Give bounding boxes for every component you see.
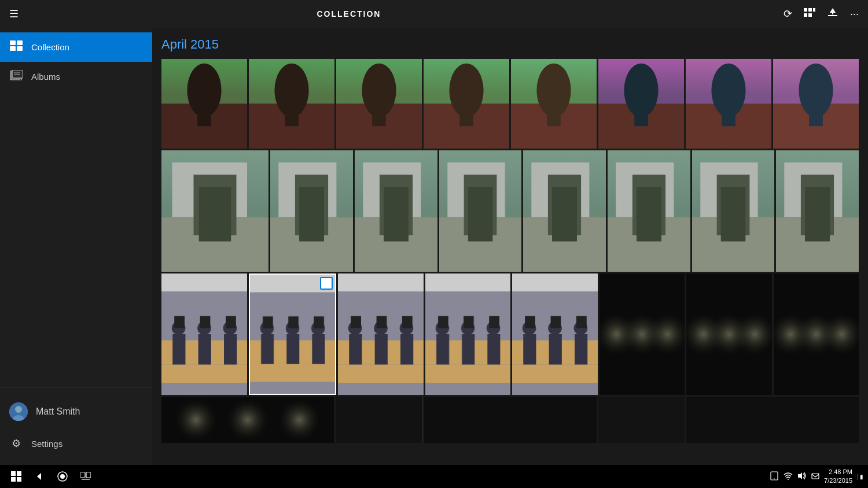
photo-cell[interactable] [599,273,685,395]
photo-row-4 [161,397,859,443]
content-area[interactable]: April 2015 [152,28,868,465]
photo-cell[interactable] [424,397,597,443]
photo-cell[interactable] [336,59,422,149]
photo-row-1 [161,59,859,149]
volume-icon[interactable] [797,472,807,482]
svg-rect-0 [804,8,807,12]
svg-rect-10 [17,46,23,51]
photo-canvas [686,273,772,395]
photo-canvas [338,273,424,395]
refresh-icon[interactable]: ⟳ [784,8,792,20]
photo-cell[interactable] [774,273,859,395]
title-bar: ☰ COLLECTION ⟳ ··· [0,0,868,28]
systray: 2:48 PM 7/23/2015 ▮ [770,468,863,486]
sidebar: Collection Albums [0,28,152,465]
sidebar-settings[interactable]: ⚙ Settings [0,429,152,458]
settings-label: Settings [31,439,62,449]
photo-cell[interactable] [686,273,772,395]
start-button[interactable] [5,465,28,488]
cortana-button[interactable] [51,465,74,488]
user-name: Matt Smith [36,406,80,417]
svg-point-30 [774,478,775,479]
svg-point-25 [60,474,65,479]
photo-canvas [249,59,334,149]
photo-cell[interactable] [355,150,437,272]
title-actions: ⟳ ··· [784,7,859,21]
photo-cell[interactable] [424,59,509,149]
collection-label: Collection [31,42,69,52]
svg-rect-13 [12,70,23,78]
photo-cell[interactable] [776,150,859,272]
photo-canvas [270,150,353,272]
photo-cell[interactable] [249,59,334,149]
albums-label: Albums [31,72,60,82]
show-desktop-icon[interactable]: ▮ [857,474,863,480]
photo-cell[interactable] [161,150,269,272]
photo-cell-selected[interactable] [249,273,337,395]
svg-marker-6 [830,8,836,14]
photo-row-3 [161,273,859,395]
photo-cell[interactable] [773,59,859,149]
tablet-mode-icon[interactable] [770,471,779,482]
svg-rect-21 [11,477,16,482]
photo-cell[interactable] [439,150,522,272]
photo-cell[interactable] [608,150,690,272]
photo-cell[interactable] [598,59,684,149]
photo-cell[interactable] [512,273,598,395]
sidebar-nav: Collection Albums [0,28,152,387]
photo-cell[interactable] [511,59,597,149]
photo-canvas [424,59,509,149]
collection-icon [9,40,23,54]
back-button[interactable] [28,465,51,488]
photo-cell[interactable] [686,59,771,149]
app-title: COLLECTION [30,9,668,19]
photo-canvas [773,59,859,149]
photo-cell[interactable] [598,397,685,443]
photo-cell[interactable] [523,150,606,272]
import-icon[interactable] [827,7,838,21]
svg-rect-20 [17,471,21,476]
svg-marker-23 [37,473,41,480]
photo-cell[interactable] [270,150,353,272]
photo-cell[interactable] [692,150,775,272]
photo-canvas [161,397,334,443]
avatar [9,402,28,421]
wifi-icon[interactable] [784,472,793,482]
photo-cell[interactable] [338,273,424,395]
svg-rect-7 [10,40,16,45]
svg-rect-27 [86,472,91,478]
sidebar-user[interactable]: Matt Smith [0,394,152,429]
time-display: 2:48 PM [824,468,852,476]
svg-rect-4 [808,13,812,17]
svg-rect-22 [17,477,21,482]
date-display: 7/23/2015 [824,476,852,485]
taskbar-clock[interactable]: 2:48 PM 7/23/2015 [824,468,852,486]
hamburger-icon[interactable]: ☰ [9,8,19,20]
svg-point-17 [15,406,22,413]
photo-canvas [692,150,775,272]
photo-cell[interactable] [336,397,422,443]
photo-canvas [250,275,336,394]
task-view-button[interactable] [74,465,97,488]
photo-cell[interactable] [686,397,859,443]
sidebar-item-collection[interactable]: Collection [0,32,152,62]
select-icon[interactable] [804,8,815,20]
albums-icon [9,70,23,83]
sidebar-item-albums[interactable]: Albums [0,62,152,91]
photo-canvas [336,59,422,149]
svg-rect-2 [813,8,815,12]
photo-cell[interactable] [425,273,511,395]
main-layout: Collection Albums [0,28,868,465]
notification-icon[interactable] [811,472,819,482]
photo-cell[interactable] [161,397,334,443]
photo-cell[interactable] [161,273,247,395]
more-icon[interactable]: ··· [850,8,859,20]
photo-canvas [161,150,269,272]
photo-cell[interactable] [161,59,247,149]
photo-canvas [598,59,684,149]
photo-canvas [608,150,690,272]
svg-rect-33 [812,474,819,479]
svg-rect-5 [828,15,837,16]
photo-canvas [161,59,247,149]
photo-canvas [774,273,859,395]
